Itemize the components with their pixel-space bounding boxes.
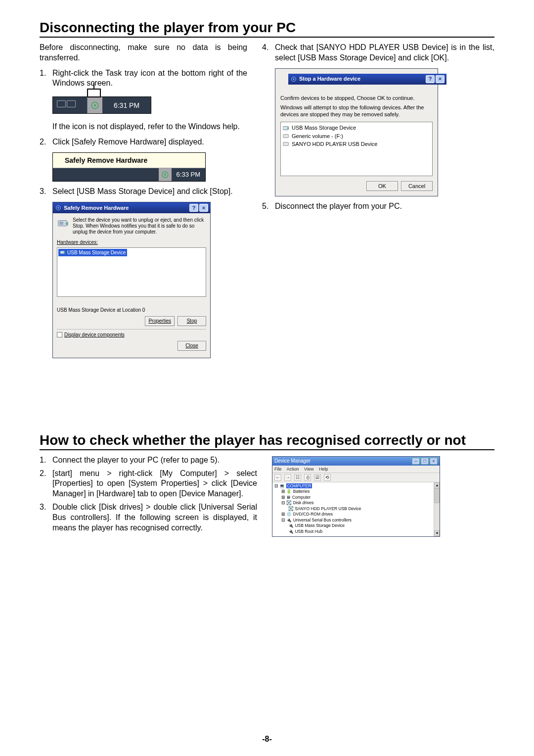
eject-icon — [55, 204, 62, 211]
maximize-button[interactable]: □ — [421, 458, 429, 465]
close-button[interactable]: × — [430, 458, 438, 465]
callout-line — [93, 83, 94, 89]
list-item[interactable]: Generic volume - (F:) — [283, 133, 430, 140]
menu-action[interactable]: Action — [287, 467, 299, 472]
devmgr-titlebar[interactable]: Device Manager – □ × — [272, 457, 440, 466]
tree-node[interactable]: 🔌 USB Mass Storage Device — [274, 523, 433, 528]
svg-rect-11 — [283, 142, 289, 146]
tasktray-buttons — [53, 97, 88, 113]
tasktray-time: 6:31 PM — [102, 97, 151, 113]
srh-title: Safely Remove Hardware — [64, 204, 129, 211]
srh-device-list[interactable]: USB Mass Storage Device — [57, 247, 206, 297]
hw-label: Hardware devices: — [57, 239, 206, 245]
close-button[interactable]: Close — [178, 341, 206, 351]
srh-status: USB Mass Storage Device at Location 0 — [57, 307, 206, 313]
step-text: [start] menu > right-click [My Computer]… — [52, 469, 257, 499]
list-item[interactable]: USB Mass Storage Device — [283, 124, 430, 131]
section1-intro: Before disconnecting, make sure no data … — [40, 43, 247, 63]
section2-title: How to check whether the player has reco… — [40, 432, 494, 450]
properties-icon[interactable]: ☑ — [314, 474, 321, 481]
scroll-thumb[interactable] — [434, 488, 440, 503]
refresh-icon[interactable]: ⟲ — [324, 474, 331, 481]
pcmcia-icon — [57, 217, 70, 230]
devmgr-title: Device Manager — [274, 458, 311, 464]
scroll-up-icon[interactable]: ▴ — [434, 482, 440, 488]
srh-dialog: Safely Remove Hardware ? × Select the de… — [52, 202, 211, 358]
close-button[interactable]: × — [199, 204, 208, 212]
step-num: 2. — [40, 137, 52, 147]
tooltip-screenshot: Safely Remove Hardware 6:33 PM — [52, 152, 206, 182]
tree-node[interactable]: ⊟ 🔌 Universal Serial Bus controllers — [274, 518, 433, 523]
menu-file[interactable]: File — [274, 467, 282, 472]
device-manager-window: Device Manager – □ × File Action View He… — [272, 456, 440, 537]
svg-point-9 — [287, 127, 289, 129]
tooltip-balloon[interactable]: Safely Remove Hardware — [53, 153, 205, 168]
step-num: 1. — [40, 68, 52, 89]
step-num: 3. — [40, 187, 52, 197]
srh-desc: Select the device you want to unplug or … — [73, 217, 206, 235]
svg-rect-10 — [283, 134, 289, 138]
safely-remove-tray-icon[interactable] — [159, 168, 172, 181]
callout-box — [87, 89, 101, 97]
stop-hardware-dialog: Stop a Hardware device ? × Confirm devic… — [275, 68, 438, 197]
tree-icon[interactable]: ☷ — [294, 474, 301, 481]
step-text: Check that [SANYO HDD PLAYER USB Device]… — [275, 43, 494, 63]
step-num: 1. — [40, 455, 52, 466]
tooltip-time: 6:33 PM — [172, 171, 205, 179]
tree-node[interactable]: ⊞ 🔋 Batteries — [274, 489, 433, 494]
ok-button[interactable]: OK — [366, 181, 398, 191]
devmgr-toolbar[interactable]: ← → ☷ ⎙ ☑ ⟲ — [272, 473, 440, 482]
menu-view[interactable]: View — [304, 467, 313, 472]
tree-node[interactable]: ⊞ 💿 DVD/CD-ROM drives — [274, 512, 433, 517]
svg-rect-4 — [59, 222, 63, 225]
display-components-checkbox[interactable]: Display device components — [57, 331, 206, 338]
devmgr-menubar[interactable]: File Action View Help — [272, 466, 440, 473]
tree-node[interactable]: 🔌 USB Root Hub — [274, 529, 433, 534]
step-note: If the icon is not displayed, refer to t… — [52, 122, 247, 132]
help-button[interactable]: ? — [426, 75, 435, 83]
menu-help[interactable]: Help — [319, 467, 328, 472]
safely-remove-tray-icon[interactable] — [88, 97, 102, 113]
cancel-button[interactable]: Cancel — [401, 181, 433, 191]
tasktray-screenshot: 6:31 PM — [52, 96, 151, 114]
stop-dlg-title: Stop a Hardware device — [299, 75, 360, 82]
srh-titlebar[interactable]: Safely Remove Hardware ? × — [53, 202, 210, 213]
svg-point-6 — [64, 252, 65, 253]
list-item[interactable]: SANYO HDD PLAYER USB Device — [283, 141, 430, 147]
tree-node[interactable]: ⊞ 🖥 Computer — [274, 495, 433, 500]
forward-icon[interactable]: → — [284, 474, 291, 481]
step-num: 3. — [40, 502, 52, 533]
step-num: 2. — [40, 469, 52, 499]
back-icon[interactable]: ← — [274, 474, 281, 481]
scrollbar[interactable]: ▴ ▾ — [434, 482, 440, 536]
tree-node[interactable]: 💽 SANYO HDD PLAYER USB Device — [274, 506, 433, 512]
step-text: Click [Safely Remove Hardware] displayed… — [52, 137, 247, 147]
close-button[interactable]: × — [436, 75, 445, 83]
print-icon[interactable]: ⎙ — [304, 474, 311, 481]
stop-button[interactable]: Stop — [178, 316, 206, 326]
eject-icon — [290, 76, 297, 83]
minimize-button[interactable]: – — [412, 458, 420, 465]
devmgr-tree[interactable]: ⊟ 💻 COMPUTER ⊞ 🔋 Batteries ⊞ 🖥 Computer … — [272, 482, 440, 536]
tree-node[interactable]: ⊟ 💽 Disk drives — [274, 500, 433, 506]
srh-list-item[interactable]: USB Mass Storage Device — [58, 249, 127, 256]
step-num: 5. — [262, 201, 275, 212]
stop-dlg-list[interactable]: USB Mass Storage Device Generic volume -… — [280, 122, 433, 176]
scroll-down-icon[interactable]: ▾ — [434, 530, 440, 536]
stop-dlg-msg2: Windows will attempt to stop the followi… — [280, 104, 433, 118]
step-text: Select [USB Mass Storage Device] and cli… — [52, 187, 247, 197]
step-num: 4. — [262, 43, 275, 63]
tree-root[interactable]: ⊟ 💻 COMPUTER — [274, 483, 433, 489]
page-number: -8- — [0, 735, 534, 744]
properties-button[interactable]: Properties — [145, 316, 175, 326]
help-button[interactable]: ? — [189, 204, 198, 212]
step-text: Connect the player to your PC (refer to … — [52, 455, 257, 466]
step-text: Right-click the Task tray icon at the bo… — [52, 68, 247, 89]
section1-title: Disconnecting the player from your PC — [40, 20, 494, 38]
step-text: Disconnect the player from your PC. — [275, 201, 494, 212]
step-text: Double click [Disk drives] > double clic… — [52, 502, 257, 533]
stop-dlg-msg1: Confirm devices to be stopped, Choose OK… — [280, 94, 433, 101]
